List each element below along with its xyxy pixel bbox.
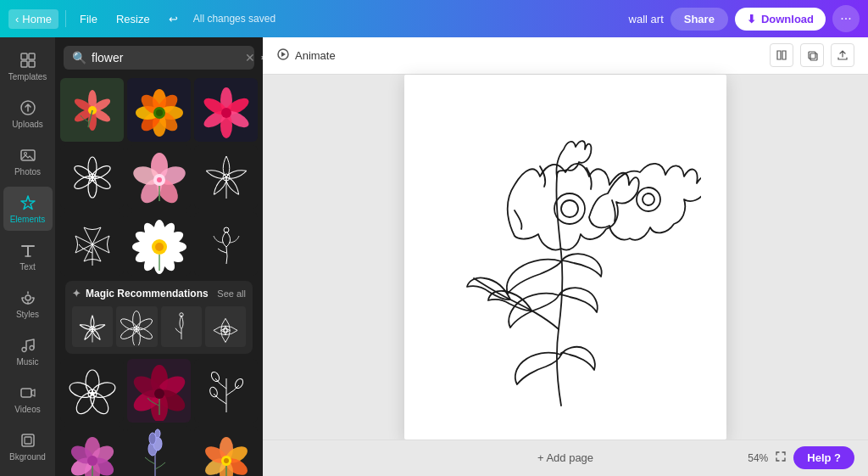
download-button[interactable]: ⬇ Download [735, 8, 826, 31]
sidebar-item-templates[interactable]: Templates [3, 44, 53, 88]
svg-point-107 [155, 429, 160, 438]
magic-title: ✦ Magic Recommendations [72, 288, 209, 300]
grid-row-4 [60, 359, 258, 423]
svg-point-38 [90, 163, 112, 181]
canvas-page[interactable] [404, 75, 726, 440]
styles-icon [19, 288, 37, 307]
sidebar-label-videos: Videos [14, 405, 40, 414]
file-button[interactable]: File [73, 9, 104, 29]
saved-status: All changes saved [193, 13, 275, 25]
svg-point-103 [87, 456, 97, 466]
canvas-toolbar: Animate [263, 37, 868, 75]
flower-outline-4[interactable] [194, 212, 258, 276]
more-options-button[interactable]: ··· [832, 5, 860, 32]
svg-rect-3 [29, 61, 35, 67]
undo-icon: ↩ [169, 13, 178, 25]
svg-point-29 [156, 109, 163, 116]
resize-label: Resize [116, 13, 150, 25]
sidebar-item-uploads[interactable]: Uploads [3, 92, 53, 136]
svg-rect-10 [21, 389, 31, 397]
svg-point-94 [209, 371, 220, 383]
share-button[interactable]: Share [670, 8, 728, 31]
canvas-main [263, 75, 868, 440]
flower-outline-1[interactable] [60, 145, 124, 209]
svg-point-36 [221, 108, 231, 118]
svg-point-72 [135, 316, 154, 332]
flower-outline-5[interactable] [60, 359, 124, 423]
search-input[interactable] [92, 51, 240, 64]
svg-point-115 [224, 458, 229, 463]
sidebar-item-videos[interactable]: Videos [3, 377, 53, 421]
music-icon [19, 336, 37, 355]
magic-title-text: Magic Recommendations [86, 288, 209, 300]
add-page-button[interactable]: + Add page [537, 451, 593, 464]
duplicate-icon-button[interactable] [800, 43, 824, 67]
sidebar-item-text[interactable]: Text [3, 234, 53, 278]
svg-point-119 [554, 193, 585, 224]
help-button[interactable]: Help ? [793, 446, 854, 469]
photos-icon [19, 146, 37, 165]
flower-sprigs[interactable] [194, 359, 258, 423]
sidebar-item-folders[interactable]: Folders [3, 472, 53, 476]
topbar-right: wall art Share ⬇ Download ··· [629, 5, 860, 32]
flower-pink-1[interactable] [127, 145, 191, 209]
svg-point-7 [25, 295, 31, 300]
flower-item-3[interactable] [194, 78, 258, 142]
svg-point-95 [233, 378, 244, 389]
chevron-left-icon: ‹ [15, 13, 19, 25]
download-icon: ⬇ [747, 13, 756, 25]
background-icon [19, 431, 37, 450]
zoom-expand-button[interactable] [775, 451, 787, 465]
clear-search-icon[interactable]: ✕ [245, 51, 255, 64]
sidebar-label-styles: Styles [16, 310, 39, 319]
sidebar-label-text: Text [19, 262, 35, 272]
svg-point-93 [154, 389, 164, 399]
text-icon [19, 241, 37, 260]
flower-yellow-1[interactable] [194, 426, 258, 476]
sidebar-item-styles[interactable]: Styles [3, 282, 53, 326]
flower-outline-2[interactable] [194, 145, 258, 209]
flower-outline-3[interactable] [60, 212, 124, 276]
flower-lavender[interactable] [127, 426, 191, 476]
topbar: ‹ Home File Resize ↩ All changes saved w… [0, 0, 868, 37]
sidebar-item-background[interactable]: Bkground [3, 424, 53, 468]
svg-point-73 [135, 326, 154, 341]
uploads-icon [19, 98, 37, 117]
canvas-area: Animate [263, 37, 868, 476]
zoom-level: 54% [748, 452, 768, 464]
undo-button[interactable]: ↩ [162, 9, 185, 29]
flower-item-2[interactable] [127, 78, 191, 142]
sidebar-item-music[interactable]: Music [3, 329, 53, 373]
grid-row-3 [60, 212, 258, 276]
flower-daisy[interactable] [127, 212, 191, 276]
magic-header: ✦ Magic Recommendations See all [72, 288, 246, 300]
export-icon-button[interactable] [831, 43, 854, 67]
help-label: Help ? [807, 451, 841, 464]
crop-icon-button[interactable] [770, 43, 793, 67]
magic-items [72, 306, 246, 347]
search-bar: 🔍 ✕ ⚙ [64, 46, 254, 70]
flower-pink-2[interactable] [60, 426, 124, 476]
magic-item-1[interactable] [72, 306, 113, 347]
elements-icon [19, 193, 37, 212]
magic-item-4[interactable] [205, 306, 246, 347]
magic-item-2[interactable] [116, 306, 157, 347]
animate-button[interactable]: Animate [276, 48, 336, 64]
svg-point-86 [91, 392, 94, 395]
search-panel: 🔍 ✕ ⚙ [55, 37, 263, 476]
resize-button[interactable]: Resize [109, 9, 157, 29]
sidebar-item-photos[interactable]: Photos [3, 139, 53, 183]
svg-point-75 [120, 326, 139, 341]
sidebar-item-elements[interactable]: Elements [3, 187, 53, 231]
svg-rect-0 [21, 53, 27, 59]
flower-red-1[interactable] [127, 359, 191, 423]
home-button[interactable]: ‹ Home [8, 9, 58, 29]
animate-icon [276, 48, 290, 64]
svg-rect-2 [21, 61, 27, 67]
svg-rect-118 [810, 53, 817, 60]
flower-item-1[interactable] [60, 78, 124, 142]
sidebar-label-uploads: Uploads [12, 120, 43, 129]
sidebar-label-music: Music [16, 357, 38, 367]
see-all-link[interactable]: See all [217, 288, 246, 299]
magic-item-3[interactable] [161, 306, 202, 347]
